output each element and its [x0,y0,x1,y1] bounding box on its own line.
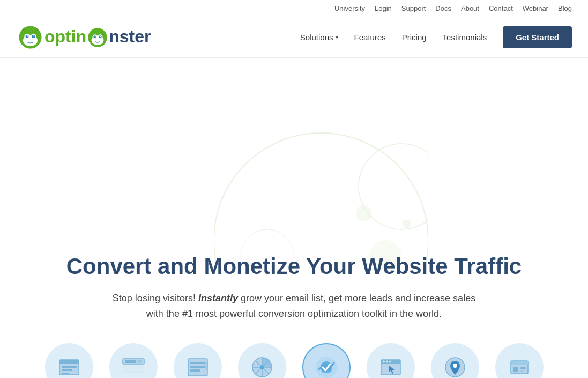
svg-point-20 [356,205,372,221]
svg-rect-36 [205,362,207,369]
svg-point-48 [383,360,385,362]
exit-intent-icon-circle [367,343,415,378]
hero-title: Convert and Monetize Your Website Traffi… [11,253,577,280]
features-nav-link[interactable]: Features [354,33,386,42]
contact-link[interactable]: Contact [489,4,513,12]
top-nav: University Login Support Docs About Cont… [0,0,588,17]
feature-lightbox[interactable]: Lightbox Popups [42,343,96,378]
lightbox-icon-circle [45,343,93,378]
svg-rect-26 [62,373,69,374]
templates-icon [507,354,532,378]
feature-exit-intent[interactable]: Exit Intent Detection [364,343,418,378]
exit-intent-icon [378,354,404,378]
svg-rect-33 [190,362,205,364]
svg-point-49 [386,360,388,362]
svg-rect-23 [59,360,79,364]
page-level-icon-circle [302,343,351,378]
svg-rect-28 [123,366,144,369]
svg-rect-34 [190,366,205,368]
about-link[interactable]: About [461,4,479,12]
university-link[interactable]: University [334,4,365,12]
svg-point-53 [453,364,457,368]
feature-page-level[interactable]: Page Level Targeting [300,343,353,378]
svg-rect-31 [137,360,142,363]
floating-bars-icon [121,354,146,378]
features-row: Lightbox Popups Floating Bars [11,343,577,378]
svg-rect-29 [123,370,144,373]
page-level-icon [314,354,339,378]
feature-scroll-boxes[interactable]: Scroll Boxes [171,343,225,378]
main-nav: Solutions ▾ Features Pricing Testimonial… [300,26,572,48]
feature-gamified[interactable]: Gamified Wheels [235,343,289,378]
svg-rect-57 [520,367,526,369]
feature-templates[interactable]: 100+ Templates [493,343,546,378]
logo[interactable]: optinnster [16,25,151,49]
svg-point-7 [33,35,34,36]
svg-rect-58 [520,370,524,372]
solutions-nav-link[interactable]: Solutions ▾ [300,33,338,42]
testimonials-nav-link[interactable]: Testimonials [443,33,487,42]
geolocation-icon-circle [431,343,479,378]
chevron-down-icon: ▾ [336,34,338,40]
svg-rect-30 [125,360,136,363]
scroll-boxes-icon [185,354,211,378]
feature-geolocation[interactable]: Geolocation Targeting [428,343,482,378]
main-header: optinnster Solutions ▾ Features Pricing … [0,17,588,58]
logo-icon [18,25,42,49]
webinar-link[interactable]: Webinar [523,4,548,12]
feature-floating-bars[interactable]: Floating Bars [107,343,160,378]
svg-rect-56 [513,367,518,372]
geolocation-icon [442,354,468,378]
svg-point-21 [403,220,411,228]
floating-bars-icon-circle [109,343,158,378]
svg-rect-24 [62,366,77,368]
bg-decoration [214,106,428,267]
svg-point-14 [95,36,96,37]
hero-subtitle: Stop losing visitors! Instantly grow you… [107,291,482,322]
docs-link[interactable]: Docs [435,4,451,12]
gamified-icon [249,354,275,378]
support-link[interactable]: Support [401,4,426,12]
gamified-icon-circle [238,343,286,378]
pricing-nav-link[interactable]: Pricing [402,33,427,42]
get-started-button[interactable]: Get Started [503,26,572,48]
svg-point-50 [389,360,391,362]
svg-rect-55 [511,361,528,365]
templates-icon-circle [495,343,544,378]
hero-section: Convert and Monetize Your Website Traffi… [0,58,588,378]
svg-point-15 [100,36,101,37]
login-link[interactable]: Login [375,4,392,12]
blog-link[interactable]: Blog [558,4,572,12]
svg-rect-35 [190,369,200,372]
lightbox-icon [56,354,82,378]
svg-point-6 [27,35,28,36]
svg-rect-25 [62,369,72,371]
scroll-boxes-icon-circle [174,343,222,378]
